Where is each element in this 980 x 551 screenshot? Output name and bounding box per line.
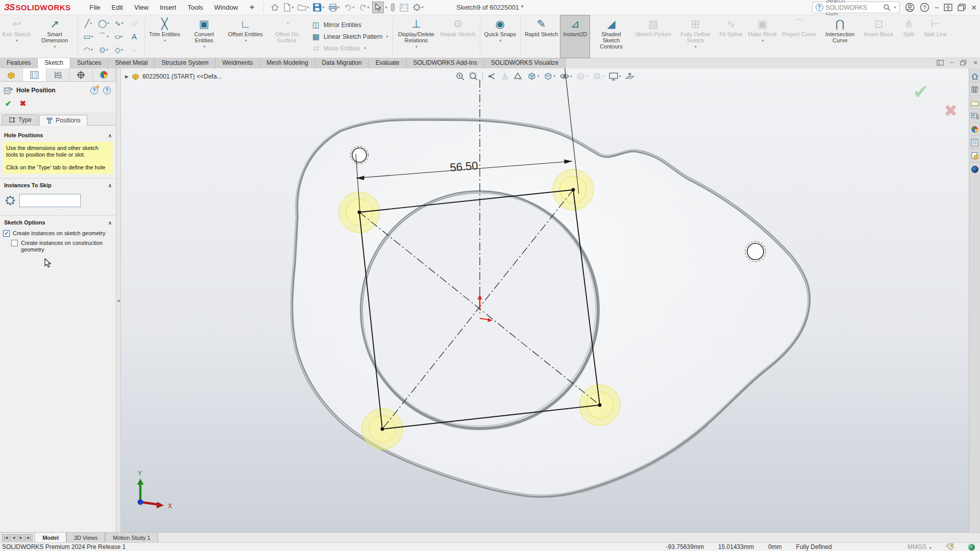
menu-edit[interactable]: Edit (106, 1, 129, 14)
status-globe-icon[interactable] (968, 544, 975, 550)
exit-sketch-button[interactable]: ↩ Exit Sketch ▾ (0, 15, 33, 58)
hole-positions-group-header[interactable]: Hole Positions ∧ (0, 129, 116, 141)
custom-properties-icon[interactable] (970, 137, 980, 149)
dimxpertmanager-tab[interactable] (69, 68, 92, 81)
menu-pin-icon[interactable]: ✦ (249, 3, 255, 12)
menu-file[interactable]: File (84, 1, 106, 14)
select-cursor-icon[interactable] (372, 2, 384, 13)
view-palette-icon[interactable] (970, 110, 980, 122)
file-explorer-icon[interactable] (970, 97, 980, 109)
make-block-button[interactable]: ▣ Make Block ▾ (745, 15, 779, 58)
text-tool-icon[interactable]: A (127, 30, 142, 43)
instances-to-skip-input[interactable] (19, 194, 81, 207)
help-icon[interactable]: ? (920, 3, 929, 12)
tab-solidworks-addins[interactable]: SOLIDWORKS Add-Ins (406, 58, 484, 68)
menu-view[interactable]: View (129, 1, 154, 14)
tag-icon[interactable] (946, 543, 954, 550)
insert-block-button[interactable]: ⊡ Insert Block (862, 15, 896, 58)
create-on-construction-geometry-option[interactable]: Create instances on construction geometr… (0, 238, 116, 254)
rectangle-tool-icon[interactable]: ▭▾ (81, 30, 96, 43)
split-line-button[interactable]: ⊢ Split Line (921, 15, 949, 58)
design-library-icon[interactable] (970, 84, 980, 96)
confirm-cancel-icon[interactable]: ✖ (944, 101, 958, 120)
intersection-curve-button[interactable]: ⋂ Intersection Curve (819, 15, 862, 58)
fully-define-sketch-button[interactable]: ⊞ Fully Define Sketch ▾ (674, 15, 717, 58)
confirm-ok-icon[interactable]: ✔ (913, 81, 929, 103)
tab-sheet-metal[interactable]: Sheet Metal (108, 58, 155, 68)
new-document-icon[interactable]: ▾ (282, 2, 295, 13)
ok-button[interactable]: ✔ (5, 99, 12, 108)
panel-help-icon[interactable]: ? (103, 87, 111, 94)
solidworks-forum-icon[interactable] (970, 150, 980, 162)
appearances-scenes-icon[interactable] (970, 123, 980, 136)
tab-model[interactable]: Model (35, 533, 66, 542)
minimize-button[interactable]: − (935, 3, 939, 12)
instant2d-button[interactable]: ⊿ Instant2D (560, 15, 590, 58)
open-icon[interactable]: ▾ (296, 3, 310, 12)
selection-filter-icon[interactable] (388, 2, 397, 13)
quick-snaps-button[interactable]: ◉ Quick Snaps ▾ (482, 15, 519, 58)
edit-appearance-icon[interactable]: ▾ (575, 70, 590, 82)
tab-surfaces[interactable]: Surfaces (70, 58, 108, 68)
menu-window[interactable]: Window (209, 1, 243, 14)
view-settings-icon[interactable]: ▾ (607, 70, 622, 82)
user-account-icon[interactable] (905, 3, 915, 12)
polygon-tool-icon[interactable]: ◇▾ (111, 43, 127, 57)
resize-handle[interactable]: ◦ (0, 208, 116, 215)
close-button[interactable]: ✕ (971, 4, 977, 12)
taskpane-home-icon[interactable] (970, 70, 980, 83)
tab-type[interactable]: Type (2, 114, 38, 125)
checkbox-checked-icon[interactable]: ✓ (3, 230, 10, 237)
undock-pane-icon[interactable] (937, 60, 944, 66)
tab-positions[interactable]: Positions (39, 115, 87, 126)
doc-close-button[interactable]: ✕ (973, 59, 978, 66)
tab-scroll-prev[interactable]: ◀ (10, 534, 17, 541)
checkbox-unchecked-icon[interactable] (11, 240, 18, 246)
zoom-to-area-icon[interactable] (467, 70, 479, 82)
dimension-text[interactable]: 56.50 (449, 159, 478, 174)
arc-tool-icon[interactable]: ⌒▾ (96, 30, 111, 43)
spline-tool-icon[interactable]: ∿▾ (111, 17, 127, 30)
graphics-viewport[interactable]: 56.50 Y X ▶ 60225001 (START) <<Defa... (121, 68, 969, 532)
section-view-icon[interactable] (499, 70, 510, 82)
cancel-button[interactable]: ✖ (20, 99, 27, 108)
tab-mesh-modeling[interactable]: Mesh Modeling (260, 58, 315, 68)
displaymanager-tab[interactable] (93, 68, 116, 81)
search-scope-dropdown[interactable]: ▾ (894, 5, 896, 10)
tab-evaluate[interactable]: Evaluate (369, 58, 407, 68)
restore-button[interactable] (958, 4, 966, 11)
panel-splitter[interactable]: ◂ (116, 68, 121, 532)
dynamic-annotation-views-icon[interactable]: A (512, 70, 524, 82)
doc-minimize-button[interactable]: − (950, 59, 954, 66)
tab-structure-system[interactable]: Structure System (155, 58, 215, 68)
offset-entities-button[interactable]: ∟ Offset Entities ▾ (226, 15, 265, 58)
units-selector[interactable]: MMGS ▴ (908, 543, 932, 550)
sketch-picture-button[interactable]: ▧ Sketch Picture (632, 15, 674, 58)
centerpoint-tool-icon[interactable]: ⊙▾ (96, 43, 111, 57)
tab-motion-study-1[interactable]: Motion Study 1 (105, 533, 158, 542)
shaded-sketch-contours-button[interactable]: ◢ Shaded Sketch Contours (590, 15, 632, 58)
split-entities-button[interactable]: ⋔ Split (896, 15, 921, 58)
3dexperience-icon[interactable] (970, 163, 980, 176)
flyout-expand-icon[interactable]: ▶ (125, 74, 129, 79)
display-pane-icon[interactable] (398, 3, 410, 13)
whats-new-help-icon[interactable]: ?✱ (90, 87, 98, 94)
3d-drawing-view-icon[interactable] (624, 70, 636, 82)
tab-sketch[interactable]: Sketch (38, 58, 70, 68)
print-icon[interactable]: ▾ (327, 3, 341, 13)
model-sketch-canvas[interactable]: 56.50 Y X (121, 68, 969, 532)
instances-to-skip-group-header[interactable]: Instances To Skip ∧ (0, 178, 116, 191)
select-dropdown[interactable]: ▾ (385, 5, 387, 10)
breadcrumb-text[interactable]: 60225001 (START) <<Defa... (142, 73, 222, 80)
tab-features[interactable]: Features (0, 58, 38, 68)
tab-3d-views[interactable]: 3D Views (66, 533, 105, 542)
project-curve-button[interactable]: ⌒ Project Curve (779, 15, 819, 58)
propertymanager-tab[interactable] (23, 68, 46, 81)
mirror-entities-button[interactable]: ◫ Mirror Entities (311, 20, 388, 30)
panel-collapse-arrow-icon[interactable]: ◂ (117, 298, 120, 303)
options-gear-icon[interactable]: ▾ (411, 2, 425, 13)
sketch-options-group-header[interactable]: Sketch Options ∧ (0, 215, 116, 228)
split-panes-button[interactable] (944, 4, 952, 11)
featuremanager-tab[interactable] (0, 68, 23, 81)
hide-show-items-icon[interactable]: ▾ (558, 70, 573, 82)
